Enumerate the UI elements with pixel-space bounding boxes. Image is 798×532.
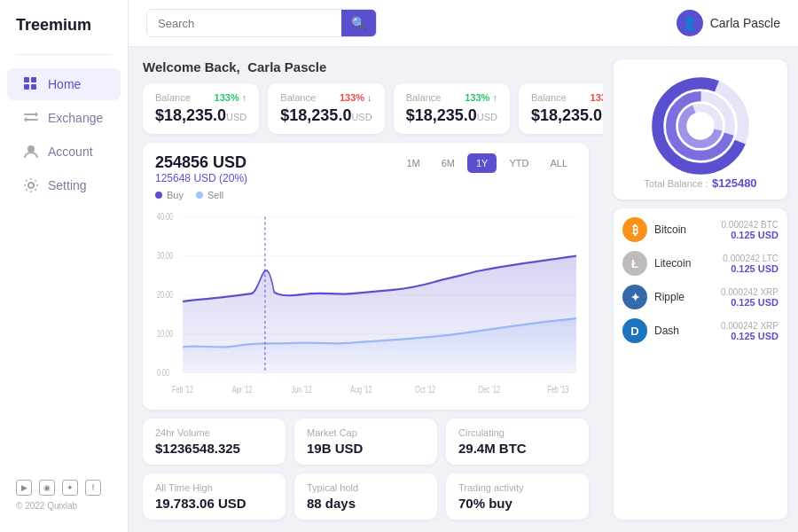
search-input[interactable] [147, 11, 341, 36]
welcome-text: Welcome Back, Carla Pascle [143, 59, 589, 74]
svg-text:Oct '12: Oct '12 [415, 384, 435, 395]
card-3-pct: 133% ↓ [591, 92, 603, 103]
litecoin-crypto: 0.000242 LTC [723, 254, 778, 263]
svg-rect-0 [24, 77, 29, 82]
litecoin-amounts: 0.000242 LTC 0.125 USD [723, 254, 778, 274]
bitcoin-usd: 0.125 USD [722, 230, 779, 240]
balance-card-1: Balance 133% ↓ $18,235.0 USD [268, 83, 384, 134]
litecoin-name: Litecoin [654, 257, 716, 270]
legend-buy-label: Buy [167, 190, 184, 200]
bitcoin-amounts: 0.000242 BTC 0.125 USD [722, 220, 779, 240]
sidebar-item-home[interactable]: Home [7, 68, 121, 100]
stat-card-ath: All Time High 19.783.06 USD [143, 473, 286, 520]
stats-row-2: All Time High 19.783.06 USD Typical hold… [143, 473, 589, 520]
card-1-pct: 133% ↓ [340, 92, 372, 103]
card-0-amount: $18,235.0 [155, 106, 226, 125]
main-area: 🔍 👤 Carla Pascle Welcome Back, Carla Pas… [129, 0, 798, 532]
card-0-pct: 133% ↑ [215, 92, 247, 103]
user-area[interactable]: 👤 Carla Pascle [677, 10, 780, 36]
stat-ath-label: All Time High [155, 482, 273, 493]
stats-row-1: 24hr Volume $1236548.325 Market Cap 19B … [143, 419, 589, 465]
tab-1m[interactable]: 1M [397, 153, 428, 173]
stat-marketcap-value: 19B USD [307, 441, 425, 456]
tab-1y[interactable]: 1Y [467, 153, 497, 173]
main-panel: Welcome Back, Carla Pascle Balance 133% … [129, 47, 603, 532]
stat-marketcap-label: Market Cap [307, 427, 425, 438]
stat-typicalhold-value: 88 days [307, 496, 425, 511]
chart-section: 254856 USD 125648 USD (20%) 1M 6M 1Y YTD… [143, 143, 589, 410]
svg-text:20.00: 20.00 [157, 289, 173, 300]
svg-text:Apr '12: Apr '12 [232, 384, 253, 395]
svg-text:Dec '12: Dec '12 [479, 384, 500, 395]
litecoin-icon: Ł [622, 251, 647, 276]
card-3-label: Balance [531, 92, 567, 103]
svg-text:40.00: 40.00 [157, 211, 173, 222]
legend-sell: Sell [196, 190, 223, 200]
coin-item-litecoin[interactable]: Ł Litecoin 0.000242 LTC 0.125 USD [622, 251, 778, 276]
dash-name: Dash [654, 325, 714, 337]
sidebar-item-setting[interactable]: Setting [7, 169, 121, 201]
sidebar-item-account[interactable]: Account [7, 136, 121, 168]
donut-chart-wrap: Total Balance : $125480 [614, 59, 787, 200]
home-icon [23, 76, 39, 92]
coin-list: ₿ Bitcoin 0.000242 BTC 0.125 USD Ł Litec… [614, 208, 787, 520]
coin-item-ripple[interactable]: ✦ Ripple 0.000242 XRP 0.125 USD [622, 285, 778, 309]
svg-rect-1 [31, 77, 36, 82]
legend-buy-dot [155, 192, 162, 199]
card-1-label: Balance [280, 92, 316, 103]
account-icon [23, 144, 39, 160]
stat-card-marketcap: Market Cap 19B USD [294, 419, 437, 465]
legend-sell-dot [196, 192, 203, 199]
tab-6m[interactable]: 6M [433, 153, 464, 173]
welcome-greeting: Welcome Back, [143, 59, 240, 74]
dash-usd: 0.125 USD [721, 331, 778, 341]
balance-card-2: Balance 133% ↑ $18,235.0 USD [394, 83, 510, 134]
ripple-crypto: 0.000242 XRP [721, 287, 778, 297]
social-links: ▶ ◉ ✦ f [0, 469, 128, 499]
search-button[interactable]: 🔍 [341, 10, 376, 36]
instagram-icon[interactable]: ◉ [39, 480, 55, 496]
sidebar-item-account-label: Account [48, 145, 93, 159]
stat-volume-value: $1236548.325 [155, 441, 273, 456]
stat-card-typicalhold: Typical hold 88 days [294, 473, 437, 520]
chart-svg: 40.00 30.00 20.00 10.00 0.00 [155, 204, 576, 399]
card-2-pct: 133% ↑ [465, 92, 497, 103]
stat-card-tradingactivity: Trading activity 70% buy [446, 473, 589, 520]
chart-value: 254856 USD [155, 153, 247, 172]
svg-text:Feb '13: Feb '13 [547, 384, 568, 395]
legend-sell-label: Sell [207, 190, 223, 200]
balance-card-0: Balance 133% ↑ $18,235.0 USD [143, 83, 259, 134]
stat-card-volume: 24hr Volume $1236548.325 [143, 419, 286, 465]
bitcoin-name: Bitcoin [654, 223, 715, 236]
legend-buy: Buy [155, 190, 184, 200]
card-0-label: Balance [155, 92, 191, 103]
card-2-amount: $18,235.0 [406, 106, 477, 125]
stat-tradingactivity-label: Trading activity [458, 482, 576, 493]
svg-rect-4 [24, 113, 36, 115]
ripple-usd: 0.125 USD [721, 297, 778, 308]
dash-icon: D [622, 318, 647, 343]
stat-circulating-label: Circulating [458, 427, 576, 438]
bitcoin-icon: ₿ [622, 217, 647, 242]
stat-tradingactivity-value: 70% buy [458, 496, 576, 511]
svg-marker-6 [35, 112, 38, 117]
coin-item-dash[interactable]: D Dash 0.000242 XRP 0.125 USD [622, 318, 778, 343]
card-3-amount: $18,235.0 [531, 106, 602, 125]
card-2-currency: USD [477, 112, 497, 122]
tab-all[interactable]: ALL [541, 153, 576, 173]
coin-item-bitcoin[interactable]: ₿ Bitcoin 0.000242 BTC 0.125 USD [622, 217, 778, 242]
donut-svg [622, 68, 778, 184]
youtube-icon[interactable]: ▶ [16, 480, 32, 496]
stat-volume-label: 24hr Volume [155, 427, 273, 438]
facebook-icon[interactable]: f [85, 480, 101, 496]
header: 🔍 👤 Carla Pascle [129, 0, 798, 47]
svg-text:Jun '12: Jun '12 [292, 384, 312, 395]
tab-ytd[interactable]: YTD [500, 153, 537, 173]
stat-circulating-value: 29.4M BTC [458, 441, 576, 456]
sidebar-item-exchange-label: Exchange [48, 111, 103, 125]
twitter-icon[interactable]: ✦ [62, 480, 78, 496]
card-0-currency: USD [226, 112, 246, 122]
stat-typicalhold-label: Typical hold [307, 482, 425, 493]
sidebar-item-exchange[interactable]: Exchange [7, 102, 121, 134]
total-balance-value: $125480 [712, 176, 757, 190]
